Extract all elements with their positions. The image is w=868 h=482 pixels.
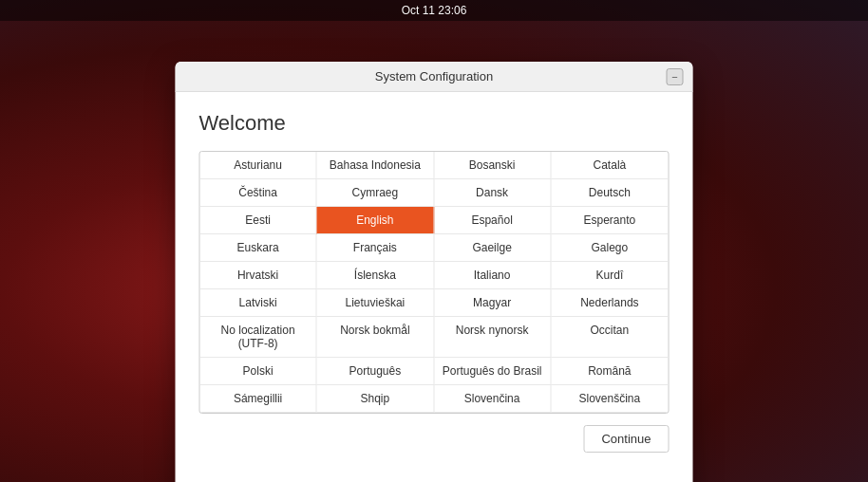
language-item-portugues-brasil[interactable]: Português do Brasil (434, 358, 551, 385)
language-item-asturianu[interactable]: Asturianu (200, 152, 317, 179)
language-item-francais[interactable]: Français (317, 234, 434, 262)
system-config-dialog: System Configuration − Welcome Asturianu… (176, 62, 693, 482)
continue-row: Continue (199, 425, 670, 453)
language-item-portugues[interactable]: Português (317, 358, 434, 385)
language-item-shqip[interactable]: Shqip (317, 385, 434, 413)
language-item-catala[interactable]: Català (551, 152, 668, 179)
language-item-slovencina[interactable]: Slovenčina (434, 385, 551, 413)
welcome-heading: Welcome (199, 111, 670, 136)
language-item-occitan[interactable]: Occitan (551, 317, 668, 358)
language-item-eesti[interactable]: Eesti (200, 207, 317, 234)
language-item-bosanski[interactable]: Bosanski (434, 152, 551, 179)
language-item-islenska[interactable]: Íslenska (317, 262, 434, 289)
language-item-esperanto[interactable]: Esperanto (551, 207, 668, 234)
language-item-cestina[interactable]: Čeština (200, 179, 317, 207)
language-item-espanol[interactable]: Español (434, 207, 551, 234)
language-item-norsk-nynorsk[interactable]: Norsk nynorsk (434, 317, 551, 358)
language-item-deutsch[interactable]: Deutsch (551, 179, 668, 207)
language-grid: AsturianuBahasa IndonesiaBosanskiCatalàČ… (199, 151, 670, 414)
language-item-latviski[interactable]: Latviski (200, 289, 317, 317)
language-item-dansk[interactable]: Dansk (434, 179, 551, 207)
language-item-romana[interactable]: Română (551, 358, 668, 385)
language-item-nederlands[interactable]: Nederlands (551, 289, 668, 317)
topbar: Oct 11 23:06 (0, 0, 868, 21)
language-item-kurdi[interactable]: Kurdî (551, 262, 668, 289)
language-item-slovenscina[interactable]: Slovenščina (551, 385, 668, 413)
language-item-norsk-bokmal[interactable]: Norsk bokmål (317, 317, 434, 358)
language-item-lietuviekai[interactable]: Lietuvieškai (317, 289, 434, 317)
continue-button[interactable]: Continue (583, 425, 669, 453)
language-item-galego[interactable]: Galego (551, 234, 668, 262)
language-item-samegillii[interactable]: Sámegillii (200, 385, 317, 413)
language-item-bahasa-indonesia[interactable]: Bahasa Indonesia (317, 152, 434, 179)
language-item-english[interactable]: English (317, 207, 434, 234)
topbar-time: Oct 11 23:06 (402, 4, 467, 17)
language-item-cymraeg[interactable]: Cymraeg (317, 179, 434, 207)
dialog-title: System Configuration (375, 69, 493, 83)
language-item-euskara[interactable]: Euskara (200, 234, 317, 262)
language-item-polski[interactable]: Polski (200, 358, 317, 385)
language-item-magyar[interactable]: Magyar (434, 289, 551, 317)
language-item-italiano[interactable]: Italiano (434, 262, 551, 289)
language-item-gaeilge[interactable]: Gaeilge (434, 234, 551, 262)
language-item-hrvatski[interactable]: Hrvatski (200, 262, 317, 289)
dialog-body: Welcome AsturianuBahasa IndonesiaBosansk… (176, 92, 693, 472)
dialog-close-button[interactable]: − (667, 68, 684, 85)
language-item-no-localization[interactable]: No localization (UTF-8) (200, 317, 317, 358)
dialog-titlebar: System Configuration − (176, 62, 693, 92)
